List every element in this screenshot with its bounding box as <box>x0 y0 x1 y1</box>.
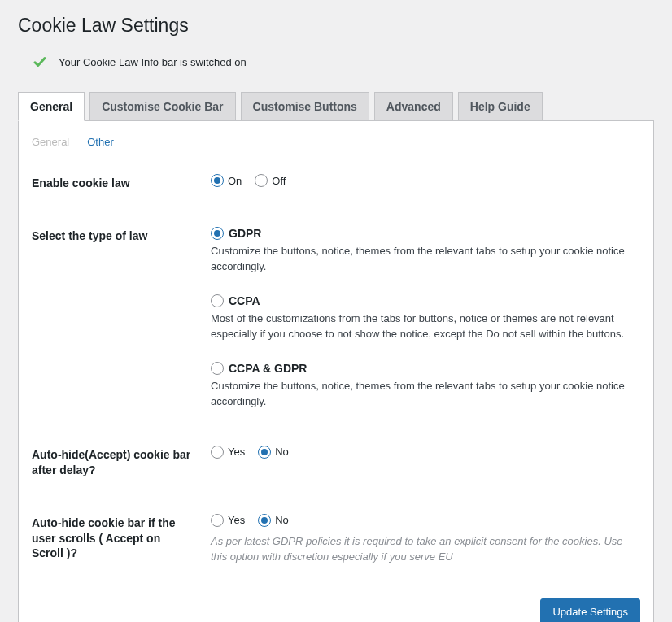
tab-customise-cookie-bar[interactable]: Customise Cookie Bar <box>89 92 235 121</box>
row-auto-hide-scroll: Auto-hide cookie bar if the user scrolls… <box>32 514 640 565</box>
radio-enable-off-input[interactable] <box>255 174 268 187</box>
radio-ccpa-label: CCPA <box>229 294 260 307</box>
sub-tab-other[interactable]: Other <box>87 136 114 148</box>
footer-bar: Update Settings <box>18 585 654 622</box>
radio-enable-on-input[interactable] <box>211 174 224 187</box>
radio-scroll-yes[interactable]: Yes <box>211 514 245 527</box>
row-law-type: Select the type of law GDPR Customize th… <box>32 227 640 410</box>
radio-ccpa[interactable] <box>211 294 224 307</box>
option-gdpr: GDPR Customize the buttons, notice, them… <box>211 227 640 275</box>
label-law-type: Select the type of law <box>32 227 194 244</box>
radio-delay-no-label: No <box>275 446 289 458</box>
row-auto-hide-delay: Auto-hide(Accept) cookie bar after delay… <box>32 446 640 478</box>
label-auto-hide-delay: Auto-hide(Accept) cookie bar after delay… <box>32 446 194 478</box>
status-row: Your Cookie Law Info bar is switched on <box>33 54 654 69</box>
hint-auto-hide-scroll: As per latest GDPR policies it is requir… <box>211 533 640 565</box>
desc-ccpa-gdpr: Customize the buttons, notice, themes fr… <box>211 378 640 410</box>
tab-customise-buttons[interactable]: Customise Buttons <box>241 92 369 121</box>
status-text: Your Cookie Law Info bar is switched on <box>59 56 247 68</box>
check-icon <box>33 54 47 69</box>
radio-enable-off[interactable]: Off <box>255 174 286 187</box>
radio-delay-yes-label: Yes <box>228 446 245 458</box>
row-enable-cookie-law: Enable cookie law On Off <box>32 174 640 191</box>
radio-scroll-yes-input[interactable] <box>211 514 224 527</box>
radio-delay-yes-input[interactable] <box>211 446 224 459</box>
tab-help-guide[interactable]: Help Guide <box>458 92 543 121</box>
radio-delay-yes[interactable]: Yes <box>211 446 245 459</box>
option-ccpa: CCPA Most of the customizations from the… <box>211 294 640 342</box>
page-title: Cookie Law Settings <box>18 15 654 37</box>
sub-tab-nav: General Other <box>32 136 640 148</box>
radio-delay-no[interactable]: No <box>258 446 289 459</box>
update-settings-button[interactable]: Update Settings <box>540 598 640 622</box>
tab-general[interactable]: General <box>18 92 85 121</box>
label-auto-hide-scroll: Auto-hide cookie bar if the user scrolls… <box>32 514 194 562</box>
label-enable-cookie-law: Enable cookie law <box>32 174 194 191</box>
radio-scroll-no-input[interactable] <box>258 514 271 527</box>
radio-enable-on[interactable]: On <box>211 174 242 187</box>
settings-panel: General Other Enable cookie law On Off S… <box>18 120 654 585</box>
radio-delay-no-input[interactable] <box>258 446 271 459</box>
sub-tab-general[interactable]: General <box>32 136 69 148</box>
radio-enable-on-label: On <box>228 175 242 187</box>
option-ccpa-gdpr: CCPA & GDPR Customize the buttons, notic… <box>211 362 640 410</box>
tab-advanced[interactable]: Advanced <box>374 92 453 121</box>
radio-ccpa-gdpr-label: CCPA & GDPR <box>229 362 307 375</box>
radio-gdpr[interactable] <box>211 227 224 240</box>
radio-scroll-yes-label: Yes <box>228 514 245 526</box>
radio-enable-off-label: Off <box>272 175 286 187</box>
radio-gdpr-label: GDPR <box>229 227 261 240</box>
radio-ccpa-gdpr[interactable] <box>211 362 224 375</box>
desc-gdpr: Customize the buttons, notice, themes fr… <box>211 243 640 275</box>
radio-scroll-no-label: No <box>275 514 289 526</box>
radio-scroll-no[interactable]: No <box>258 514 289 527</box>
desc-ccpa: Most of the customizations from the tabs… <box>211 311 640 342</box>
tab-nav: General Customise Cookie Bar Customise B… <box>18 92 654 121</box>
